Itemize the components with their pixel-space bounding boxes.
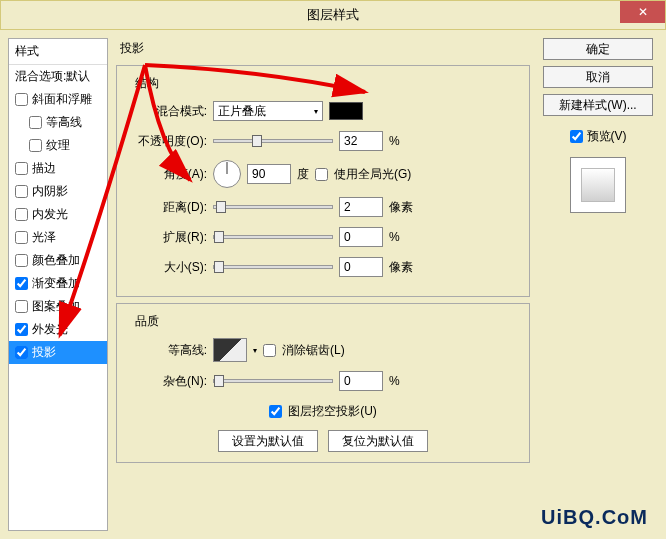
sidebar-checkbox-2[interactable] — [29, 139, 42, 152]
opacity-row: 不透明度(O): % — [131, 130, 515, 152]
sidebar-item-5[interactable]: 内发光 — [9, 203, 107, 226]
sidebar-item-4[interactable]: 内阴影 — [9, 180, 107, 203]
opacity-label: 不透明度(O): — [131, 133, 207, 150]
sidebar-label-0: 斜面和浮雕 — [32, 91, 92, 108]
angle-label: 角度(A): — [131, 166, 207, 183]
sidebar-label-11: 投影 — [32, 344, 56, 361]
sidebar-blend-default[interactable]: 混合选项:默认 — [9, 65, 107, 88]
size-label: 大小(S): — [131, 259, 207, 276]
sidebar-item-7[interactable]: 颜色叠加 — [9, 249, 107, 272]
sidebar-label-2: 纹理 — [46, 137, 70, 154]
preview-checkbox[interactable] — [570, 130, 583, 143]
sidebar-label-1: 等高线 — [46, 114, 82, 131]
sidebar-item-9[interactable]: 图案叠加 — [9, 295, 107, 318]
preview-label: 预览(V) — [587, 128, 627, 145]
distance-label: 距离(D): — [131, 199, 207, 216]
spread-row: 扩展(R): % — [131, 226, 515, 248]
sidebar-checkbox-3[interactable] — [15, 162, 28, 175]
sidebar-label-6: 光泽 — [32, 229, 56, 246]
antialias-checkbox[interactable] — [263, 344, 276, 357]
content-area: 样式 混合选项:默认 斜面和浮雕等高线纹理描边内阴影内发光光泽颜色叠加渐变叠加图… — [0, 30, 666, 539]
angle-row: 角度(A): 度 使用全局光(G) — [131, 160, 515, 188]
size-input[interactable] — [339, 257, 383, 277]
knockout-row: 图层挖空投影(U) — [131, 400, 515, 422]
blend-mode-label: 混合模式: — [131, 103, 207, 120]
preview-toggle-row: 预览(V) — [570, 128, 627, 145]
watermark: UiBQ.CoM — [541, 506, 648, 529]
distance-slider[interactable] — [213, 205, 333, 209]
sidebar-label-4: 内阴影 — [32, 183, 68, 200]
sidebar-checkbox-5[interactable] — [15, 208, 28, 221]
sidebar-checkbox-6[interactable] — [15, 231, 28, 244]
angle-input[interactable] — [247, 164, 291, 184]
right-panel: 确定 取消 新建样式(W)... 预览(V) — [538, 38, 658, 531]
contour-label: 等高线: — [131, 342, 207, 359]
sidebar-label-3: 描边 — [32, 160, 56, 177]
knockout-label: 图层挖空投影(U) — [288, 403, 377, 420]
quality-legend: 品质 — [131, 313, 163, 330]
opacity-input[interactable] — [339, 131, 383, 151]
sidebar-checkbox-8[interactable] — [15, 277, 28, 290]
noise-input[interactable] — [339, 371, 383, 391]
sidebar-item-0[interactable]: 斜面和浮雕 — [9, 88, 107, 111]
window-title: 图层样式 — [307, 6, 359, 24]
spread-input[interactable] — [339, 227, 383, 247]
close-button[interactable]: ✕ — [620, 1, 665, 23]
sidebar-item-1[interactable]: 等高线 — [9, 111, 107, 134]
contour-picker[interactable] — [213, 338, 247, 362]
angle-unit: 度 — [297, 166, 309, 183]
style-list: 样式 混合选项:默认 斜面和浮雕等高线纹理描边内阴影内发光光泽颜色叠加渐变叠加图… — [8, 38, 108, 531]
sidebar-checkbox-11[interactable] — [15, 346, 28, 359]
sidebar-item-11[interactable]: 投影 — [9, 341, 107, 364]
angle-dial[interactable] — [213, 160, 241, 188]
opacity-slider[interactable] — [213, 139, 333, 143]
sidebar-checkbox-0[interactable] — [15, 93, 28, 106]
panel-title: 投影 — [116, 38, 530, 59]
sidebar-header: 样式 — [9, 39, 107, 65]
size-slider[interactable] — [213, 265, 333, 269]
blend-mode-select[interactable]: 正片叠底▾ — [213, 101, 323, 121]
sidebar-item-3[interactable]: 描边 — [9, 157, 107, 180]
sidebar-checkbox-4[interactable] — [15, 185, 28, 198]
blend-mode-row: 混合模式: 正片叠底▾ — [131, 100, 515, 122]
titlebar: 图层样式 ✕ — [0, 0, 666, 30]
cancel-button[interactable]: 取消 — [543, 66, 653, 88]
sidebar-label-7: 颜色叠加 — [32, 252, 80, 269]
quality-group: 品质 等高线: ▾ 消除锯齿(L) 杂色(N): % 图层挖空投影(U) 设置为… — [116, 303, 530, 463]
sidebar-checkbox-1[interactable] — [29, 116, 42, 129]
default-buttons-row: 设置为默认值 复位为默认值 — [131, 430, 515, 452]
chevron-down-icon[interactable]: ▾ — [253, 346, 257, 355]
opacity-unit: % — [389, 134, 400, 148]
preview-swatch — [581, 168, 615, 202]
sidebar-label-10: 外发光 — [32, 321, 68, 338]
new-style-button[interactable]: 新建样式(W)... — [543, 94, 653, 116]
sidebar-checkbox-10[interactable] — [15, 323, 28, 336]
chevron-down-icon: ▾ — [314, 107, 318, 116]
size-unit: 像素 — [389, 259, 413, 276]
ok-button[interactable]: 确定 — [543, 38, 653, 60]
sidebar-item-2[interactable]: 纹理 — [9, 134, 107, 157]
sidebar-checkbox-7[interactable] — [15, 254, 28, 267]
antialias-label: 消除锯齿(L) — [282, 342, 345, 359]
global-light-label: 使用全局光(G) — [334, 166, 411, 183]
distance-unit: 像素 — [389, 199, 413, 216]
global-light-checkbox[interactable] — [315, 168, 328, 181]
set-default-button[interactable]: 设置为默认值 — [218, 430, 318, 452]
sidebar-item-6[interactable]: 光泽 — [9, 226, 107, 249]
shadow-color-swatch[interactable] — [329, 102, 363, 120]
noise-label: 杂色(N): — [131, 373, 207, 390]
preview-box — [570, 157, 626, 213]
sidebar-label-8: 渐变叠加 — [32, 275, 80, 292]
sidebar-item-8[interactable]: 渐变叠加 — [9, 272, 107, 295]
noise-slider[interactable] — [213, 379, 333, 383]
distance-row: 距离(D): 像素 — [131, 196, 515, 218]
sidebar-checkbox-9[interactable] — [15, 300, 28, 313]
knockout-checkbox[interactable] — [269, 405, 282, 418]
spread-slider[interactable] — [213, 235, 333, 239]
noise-unit: % — [389, 374, 400, 388]
structure-legend: 结构 — [131, 75, 163, 92]
sidebar-label-9: 图案叠加 — [32, 298, 80, 315]
reset-default-button[interactable]: 复位为默认值 — [328, 430, 428, 452]
sidebar-item-10[interactable]: 外发光 — [9, 318, 107, 341]
distance-input[interactable] — [339, 197, 383, 217]
